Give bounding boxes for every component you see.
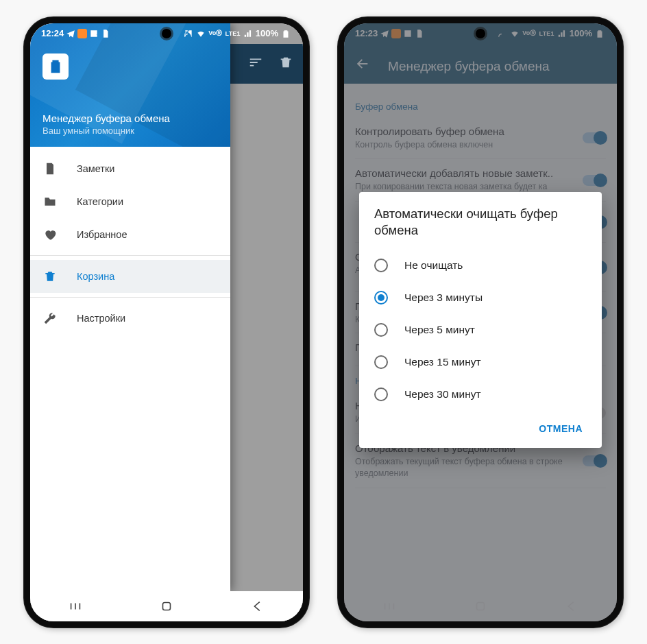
radio-icon [374,259,388,272]
trash-icon [42,270,58,283]
svg-rect-0 [162,602,170,610]
battery-icon [281,29,291,38]
radio-icon [374,323,388,337]
radio-icon [374,355,388,369]
screen-left: та 12:24 VoⓇ LTE1 100% [30,23,303,621]
app-icon [77,29,87,38]
phone-left: та 12:24 VoⓇ LTE1 100% [23,16,310,628]
drawer-item-trash[interactable]: Корзина [30,260,230,293]
dialog-option[interactable]: Через 5 минут [374,314,588,346]
sort-icon[interactable] [248,55,263,73]
dialog-option-label: Через 3 минуты [404,291,483,304]
heart-icon [42,228,58,241]
dialog-option[interactable]: Через 15 минут [374,346,588,379]
radio-icon [374,387,388,401]
note-icon [42,162,58,176]
cancel-button[interactable]: ОТМЕНА [533,416,588,441]
camera-cutout [476,29,485,38]
nav-recents[interactable] [68,599,83,614]
wrench-icon [42,311,58,325]
sim-icon [101,29,110,38]
trash-icon[interactable] [278,55,293,73]
drawer-item-label: Категории [77,196,123,207]
dialog-title: Автоматически очищать буфер обмена [374,206,588,239]
drawer-title: Менеджер буфера обмена [42,112,170,124]
drawer-item-settings[interactable]: Настройки [30,302,230,335]
status-net: LTE1 [225,30,241,37]
dialog-option-label: Через 5 минут [404,324,475,336]
status-battery: 100% [256,28,278,38]
dialog-option[interactable]: Через 30 минут [374,379,588,411]
drawer-item-label: Корзина [77,271,114,282]
dialog-option-label: Через 15 минут [404,356,481,368]
cast-icon [184,29,193,38]
telegram-icon [66,29,75,38]
nav-home[interactable] [159,599,174,614]
drawer-subtitle: Ваш умный помощник [42,126,170,136]
navigation-drawer: Менеджер буфера обмена Ваш умный помощни… [30,23,230,591]
screen-right: Менеджер буфера обмена 12:23 VoⓇ LTE1 10… [344,23,617,621]
phone-right: Менеджер буфера обмена 12:23 VoⓇ LTE1 10… [337,16,624,628]
divider [30,255,230,256]
divider [30,297,230,298]
status-volte: VoⓇ [208,29,222,38]
drawer-item-categories[interactable]: Категории [30,185,230,218]
dialog-option[interactable]: Не очищать [374,250,588,282]
drawer-item-label: Настройки [77,313,125,324]
radio-icon [374,291,388,305]
dialog-autoclear: Автоматически очищать буфер обмена Не оч… [359,192,602,448]
dialog-option-label: Через 30 минут [404,388,481,401]
drawer-item-label: Избранное [77,229,127,240]
app-logo [42,53,69,80]
status-time: 12:24 [41,28,64,38]
wifi-icon [196,29,206,38]
status-bar: 12:24 VoⓇ LTE1 100% [30,23,303,44]
drawer-item-label: Заметки [77,163,114,174]
drawer-item-notes[interactable]: Заметки [30,152,230,185]
nav-back[interactable] [250,599,265,614]
folder-icon [42,195,58,208]
drawer-item-favorites[interactable]: Избранное [30,218,230,251]
dialog-option[interactable]: Через 3 минуты [374,282,588,314]
gallery-icon [89,29,99,38]
nav-bar [30,591,303,621]
dialog-option-label: Не очищать [404,259,463,272]
drawer-list: Заметки Категории Избранное Корзина [30,147,230,340]
signal-icon [243,29,253,38]
